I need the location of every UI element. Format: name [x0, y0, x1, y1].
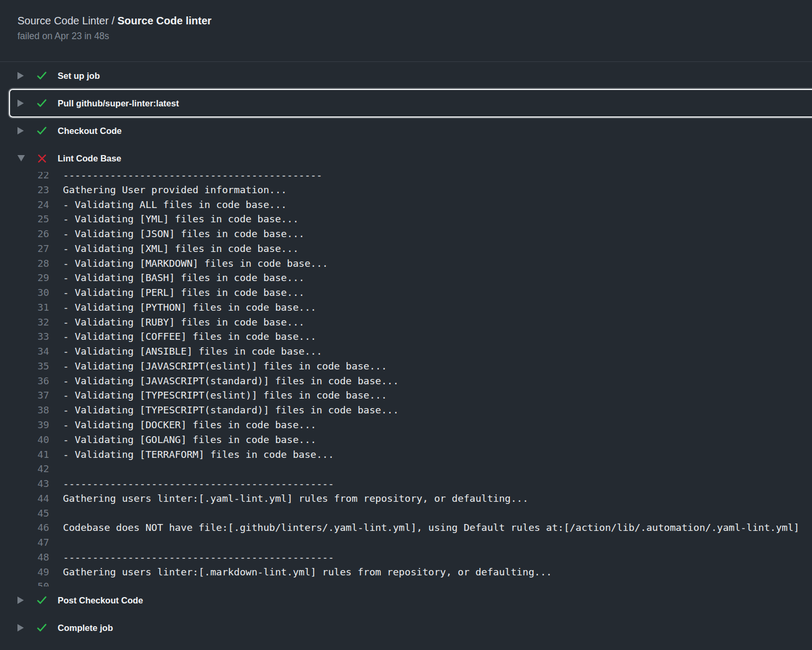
chevron-down-icon	[17, 155, 25, 161]
step-label: Lint Code Base	[58, 154, 121, 164]
check-icon	[36, 125, 48, 137]
job-title: Source Code Linter / Source Code linter	[17, 14, 795, 27]
log-line: 48 -------------------------------------…	[0, 550, 812, 565]
log-line-text: ----------------------------------------…	[63, 476, 334, 491]
log-line: 27 - Validating [XML] files in code base…	[0, 241, 812, 256]
step-row[interactable]: Checkout Code	[0, 117, 812, 145]
log-line: 50	[0, 579, 812, 586]
log-line: 26 - Validating [JSON] files in code bas…	[0, 227, 812, 241]
step-toggle[interactable]	[17, 100, 25, 107]
log-line-number[interactable]: 40	[0, 432, 49, 447]
log-line-number[interactable]: 28	[0, 256, 49, 271]
job-status-summary: failed on Apr 23 in 48s	[17, 31, 795, 42]
log-line: 23 Gathering User provided information..…	[0, 183, 812, 197]
log-line-number[interactable]: 41	[0, 447, 49, 462]
log-line-text: Gathering users linter:[.markdown-lint.y…	[63, 565, 552, 580]
log-line: 32 - Validating [RUBY] files in code bas…	[0, 315, 812, 330]
log-lines: 22 -------------------------------------…	[0, 172, 812, 586]
log-line-number[interactable]: 45	[0, 506, 49, 521]
log-line-number[interactable]: 23	[0, 183, 49, 197]
log-line-text: - Validating [RUBY] files in code base..…	[63, 315, 305, 330]
log-line-text: - Validating [PYTHON] files in code base…	[63, 300, 316, 315]
log-viewport[interactable]: 22 -------------------------------------…	[0, 172, 812, 586]
log-line-number[interactable]: 42	[0, 462, 49, 476]
workflow-name: Source Code Linter /	[17, 15, 114, 26]
check-icon	[36, 622, 48, 634]
log-line: 40 - Validating [GOLANG] files in code b…	[0, 432, 812, 447]
log-line: 49 Gathering users linter:[.markdown-lin…	[0, 565, 812, 580]
chevron-right-icon	[17, 624, 24, 631]
log-line-number[interactable]: 39	[0, 418, 49, 432]
step-row[interactable]: Set up job	[0, 62, 812, 89]
log-line-text: - Validating ALL files in code base...	[63, 197, 287, 212]
log-line-number[interactable]: 47	[0, 535, 49, 550]
step-row[interactable]: Complete job	[0, 614, 812, 642]
log-line-number[interactable]: 36	[0, 374, 49, 389]
log-line-number[interactable]: 32	[0, 315, 49, 330]
step-row[interactable]: Pull github/super-linter:latest	[0, 89, 812, 117]
log-line-text: ----------------------------------------…	[63, 550, 334, 565]
log-line-number[interactable]: 31	[0, 300, 49, 315]
log-line: 39 - Validating [DOCKER] files in code b…	[0, 418, 812, 432]
step-toggle[interactable]	[17, 624, 25, 631]
chevron-right-icon	[17, 72, 24, 79]
check-icon	[36, 97, 48, 109]
log-line: 25 - Validating [YML] files in code base…	[0, 212, 812, 227]
log-line-number[interactable]: 33	[0, 329, 49, 344]
log-line: 34 - Validating [ANSIBLE] files in code …	[0, 344, 812, 359]
log-line-number[interactable]: 49	[0, 565, 49, 580]
log-line: 37 - Validating [TYPESCRIPT(eslint)] fil…	[0, 388, 812, 403]
step-status	[36, 594, 48, 606]
log-line: 22 -------------------------------------…	[0, 172, 812, 183]
chevron-right-icon	[17, 597, 24, 604]
log-line-number[interactable]: 29	[0, 270, 49, 285]
log-line: 31 - Validating [PYTHON] files in code b…	[0, 300, 812, 315]
log-line-text: - Validating [GOLANG] files in code base…	[63, 432, 316, 447]
step-status	[36, 70, 48, 82]
log-line-text: - Validating [PERL] files in code base..…	[63, 285, 305, 300]
log-line: 43 -------------------------------------…	[0, 476, 812, 491]
chevron-right-icon	[17, 127, 24, 134]
log-line: 47	[0, 535, 812, 550]
log-line-number[interactable]: 50	[0, 579, 49, 586]
log-line-text: ----------------------------------------…	[63, 172, 322, 183]
log-line-text: - Validating [JSON] files in code base..…	[63, 227, 305, 241]
step-row[interactable]: Post Checkout Code	[0, 586, 812, 614]
log-line-number[interactable]: 37	[0, 388, 49, 403]
log-line-number[interactable]: 26	[0, 227, 49, 241]
log-line-number[interactable]: 22	[0, 172, 49, 183]
log-line-number[interactable]: 38	[0, 403, 49, 418]
log-line-text: - Validating [TERRAFORM] files in code b…	[63, 447, 334, 462]
log-line-number[interactable]: 35	[0, 359, 49, 374]
step-toggle[interactable]	[17, 597, 25, 604]
log-line-number[interactable]: 30	[0, 285, 49, 300]
step-toggle[interactable]	[17, 155, 25, 161]
log-line: 46 Codebase does NOT have file:[.github/…	[0, 520, 812, 535]
log-line-text: - Validating [YML] files in code base...	[63, 212, 299, 227]
log-line-number[interactable]: 46	[0, 520, 49, 535]
log-line: 36 - Validating [JAVASCRIPT(standard)] f…	[0, 374, 812, 389]
log-line-number[interactable]: 43	[0, 476, 49, 491]
step-label: Complete job	[58, 623, 113, 633]
step-row[interactable]: Lint Code Base	[0, 145, 812, 172]
log-line: 38 - Validating [TYPESCRIPT(standard)] f…	[0, 403, 812, 418]
log-line-number[interactable]: 44	[0, 491, 49, 506]
step-status	[36, 152, 48, 164]
log-line-text: - Validating [BASH] files in code base..…	[63, 270, 305, 285]
log-line-number[interactable]: 34	[0, 344, 49, 359]
log-line-number[interactable]: 27	[0, 241, 49, 256]
log-line-number[interactable]: 25	[0, 212, 49, 227]
log-line-number[interactable]: 24	[0, 197, 49, 212]
log-line-text: - Validating [XML] files in code base...	[63, 241, 299, 256]
step-toggle[interactable]	[17, 127, 25, 134]
step-label: Set up job	[58, 71, 100, 81]
step-toggle[interactable]	[17, 72, 25, 79]
log-line-text: Gathering users linter:[.yaml-lint.yml] …	[63, 491, 528, 506]
log-line: 45	[0, 506, 812, 521]
log-line-text: - Validating [MARKDOWN] files in code ba…	[63, 256, 328, 271]
log-line-text: - Validating [TYPESCRIPT(eslint)] files …	[63, 388, 387, 403]
step-label: Post Checkout Code	[58, 595, 143, 606]
log-line: 33 - Validating [COFFEE] files in code b…	[0, 329, 812, 344]
log-line-text: - Validating [JAVASCRIPT(standard)] file…	[63, 374, 399, 389]
log-line-number[interactable]: 48	[0, 550, 49, 565]
